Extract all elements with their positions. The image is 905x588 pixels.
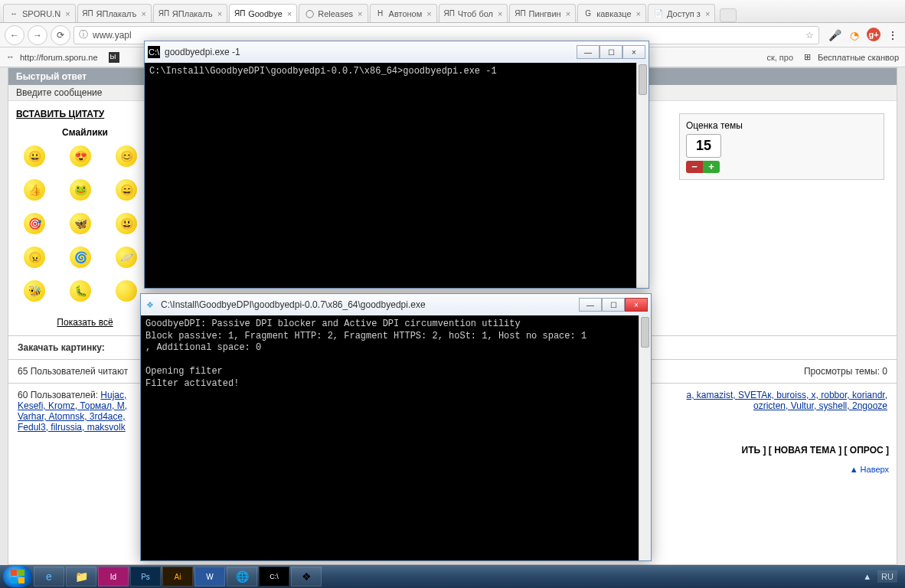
lang-indicator[interactable]: RU — [877, 570, 897, 583]
smiley-icon[interactable]: 😍 — [70, 145, 91, 167]
tab-close-icon[interactable]: × — [566, 9, 570, 18]
bookmark-label: http://forum.sporu.ne — [20, 53, 98, 62]
close-button[interactable]: × — [622, 45, 645, 59]
tab-close-icon[interactable]: × — [217, 9, 222, 18]
start-button[interactable] — [3, 566, 32, 587]
browser-tab[interactable]: ↔SPORU.N× — [3, 4, 76, 22]
titlebar[interactable]: C:\ goodbyedpi.exe -1 — ☐ × — [145, 41, 649, 63]
browser-tab[interactable]: ЯПЯПлакалъ× — [77, 4, 152, 22]
smiley-icon[interactable]: 👍 — [24, 179, 45, 201]
smiley-icon[interactable]: 😊 — [116, 145, 137, 167]
rate-up-button[interactable]: + — [703, 161, 720, 173]
smiley-icon[interactable]: 🐛 — [70, 280, 91, 302]
smiley-icon[interactable]: 🐸 — [70, 179, 91, 201]
console-window-1: C:\ goodbyedpi.exe -1 — ☐ × C:\Install\G… — [144, 41, 649, 289]
tab-close-icon[interactable]: × — [636, 9, 641, 18]
taskbar-ps[interactable]: Ps — [130, 567, 161, 586]
maximize-button[interactable]: ☐ — [600, 45, 622, 59]
rating-box: Оценка темы 15 − + — [679, 113, 884, 180]
browser-tab[interactable]: ЯПGoodbye× — [229, 4, 297, 22]
taskbar-ie[interactable]: e — [34, 567, 64, 586]
browser-tab[interactable]: HАвтоном× — [370, 4, 437, 22]
bookmark-2[interactable]: Ы — [109, 52, 119, 63]
favicon: ◯ — [304, 8, 315, 19]
gplus-icon[interactable]: g+ — [867, 28, 880, 41]
favicon: ЯП — [515, 8, 525, 19]
terminal-output[interactable]: GoodbyeDPI: Passive DPI blocker and Acti… — [141, 315, 651, 560]
tab-label: кавказце — [596, 9, 631, 18]
tab-label: Releases — [318, 9, 353, 18]
smiley-icon[interactable]: 😀 — [24, 145, 45, 167]
favicon: G — [583, 8, 593, 19]
svg-rect-1 — [18, 570, 25, 576]
taskbar-chrome[interactable]: 🌐 — [227, 567, 257, 586]
mic-icon[interactable]: 🎤 — [827, 28, 842, 43]
tab-close-icon[interactable]: × — [141, 9, 145, 18]
favicon: ЯП — [234, 8, 245, 19]
taskbar-ai[interactable]: Ai — [162, 567, 193, 586]
taskbar-app[interactable]: ❖ — [291, 567, 322, 586]
new-tab-button[interactable] — [720, 8, 737, 22]
tab-close-icon[interactable]: × — [426, 9, 431, 18]
smilies-heading: Смайлики — [16, 127, 154, 138]
tab-close-icon[interactable]: × — [705, 9, 710, 18]
smiley-icon[interactable]: 🌀 — [70, 247, 91, 268]
close-button[interactable]: × — [625, 298, 648, 312]
scrollbar-thumb[interactable] — [639, 64, 647, 95]
taskbar-explorer[interactable]: 📁 — [66, 567, 96, 586]
bm-icon: ↔ — [6, 52, 17, 63]
upload-label: Закачать картинку: — [18, 342, 105, 353]
user-links-right[interactable]: a, kamazist, SVETAк, buroiss, x, robbor,… — [687, 390, 887, 411]
scrollbar[interactable] — [639, 315, 651, 560]
tab-close-icon[interactable]: × — [65, 9, 70, 18]
smiley-icon[interactable]: 🦋 — [70, 213, 91, 234]
smiley-icon[interactable]: 🐝 — [24, 280, 45, 302]
tab-label: Доступ з — [667, 9, 701, 18]
menu-icon[interactable]: ⋮ — [885, 28, 900, 43]
maximize-button[interactable]: ☐ — [602, 298, 625, 312]
browser-tab[interactable]: ЯПЧтоб бол× — [439, 4, 508, 22]
smiley-icon[interactable]: 🎯 — [24, 213, 45, 234]
rating-label: Оценка темы — [686, 120, 877, 131]
ext-icon-1[interactable]: ◔ — [847, 28, 862, 43]
titlebar[interactable]: ❖ C:\Install\GoodbyeDPI\goodbyedpi-0.0.7… — [141, 294, 651, 315]
tab-close-icon[interactable]: × — [287, 9, 292, 18]
scrollbar[interactable] — [636, 63, 649, 288]
minimize-button[interactable]: — — [579, 298, 602, 312]
forward-button[interactable]: → — [28, 25, 47, 45]
smiley-icon[interactable]: 😄 — [116, 179, 137, 201]
tab-close-icon[interactable]: × — [358, 9, 362, 18]
browser-tab[interactable]: Gкавказце× — [577, 4, 646, 22]
back-button[interactable]: ← — [5, 25, 25, 45]
show-all-link[interactable]: Показать всё — [16, 317, 154, 328]
url-suffix: ск, про — [766, 53, 793, 62]
taskbar-cmd[interactable]: C:\ — [259, 567, 289, 586]
browser-tab[interactable]: ЯПЯПлакалъ× — [153, 4, 227, 22]
site-info-icon[interactable]: ⓘ — [79, 28, 88, 41]
window-title: C:\Install\GoodbyeDPI\goodbyedpi-0.0.7\x… — [161, 299, 579, 310]
scrollbar-thumb[interactable] — [641, 317, 649, 348]
rating-value: 15 — [686, 134, 721, 158]
browser-tab[interactable]: ◯Releases× — [299, 4, 368, 22]
smiley-icon[interactable] — [116, 280, 137, 302]
taskbar-word[interactable]: W — [194, 567, 225, 586]
smiley-icon[interactable]: 😃 — [116, 213, 137, 234]
browser-tab[interactable]: ЯППингвин× — [509, 4, 576, 22]
bookmark-3[interactable]: ⊞Бесплатные сканвор — [804, 52, 899, 63]
favicon: ЯП — [83, 8, 93, 19]
terminal-output[interactable]: C:\Install\GoodbyeDPI\goodbyedpi-0.0.7\x… — [145, 63, 649, 288]
browser-tab[interactable]: 📄Доступ з× — [648, 4, 715, 22]
reload-button[interactable]: ⟳ — [51, 25, 70, 45]
tray-flag-icon[interactable]: ▲ — [863, 572, 871, 581]
taskbar-id[interactable]: Id — [98, 567, 129, 586]
tab-close-icon[interactable]: × — [498, 9, 502, 18]
bookmark-star-icon[interactable]: ☆ — [805, 30, 814, 41]
smiley-icon[interactable]: 😠 — [24, 247, 45, 268]
minimize-button[interactable]: — — [577, 45, 600, 59]
insert-quote-button[interactable]: ВСТАВИТЬ ЦИТАТУ — [16, 109, 154, 119]
smiley-icon[interactable]: 🪐 — [116, 247, 137, 268]
bookmark-label: Бесплатные сканвор — [818, 53, 899, 62]
bookmark-1[interactable]: ↔http://forum.sporu.ne — [6, 52, 98, 63]
views-count: Просмотры темы: 0 — [804, 366, 887, 377]
rate-down-button[interactable]: − — [686, 161, 703, 173]
